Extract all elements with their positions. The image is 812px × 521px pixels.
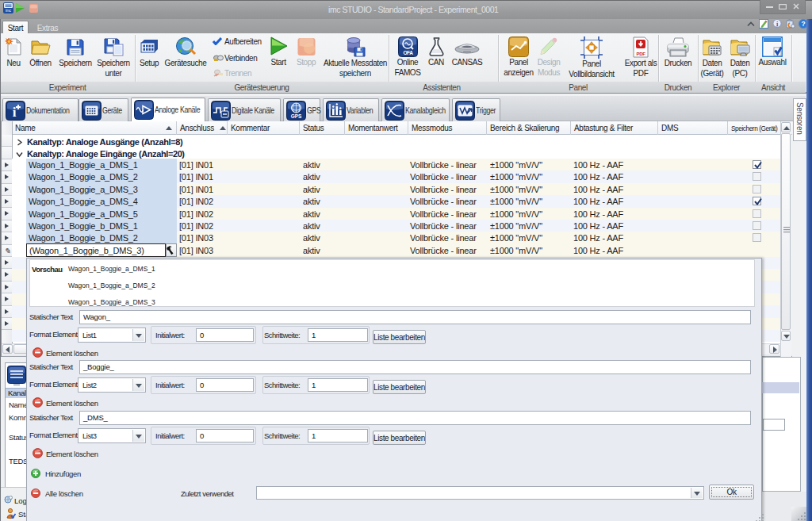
svg-text:?: ? — [801, 20, 805, 28]
svg-text:OFA: OFA — [403, 50, 413, 56]
svg-text:imc: imc — [6, 9, 12, 13]
svg-text:PDF: PDF — [637, 52, 646, 56]
svg-text:i: i — [13, 105, 17, 120]
svg-text:GPS: GPS — [291, 113, 302, 119]
